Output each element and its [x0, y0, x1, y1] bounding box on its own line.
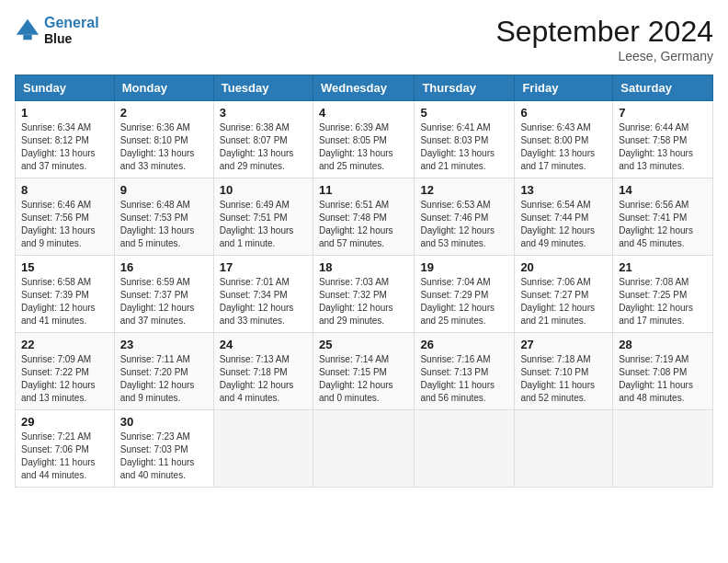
table-cell: 9Sunrise: 6:48 AMSunset: 7:53 PMDaylight… — [114, 178, 213, 256]
day-info: Sunrise: 7:06 AMSunset: 7:27 PMDaylight:… — [520, 276, 607, 327]
day-number: 3 — [220, 106, 307, 120]
day-info: Sunrise: 7:16 AMSunset: 7:13 PMDaylight:… — [420, 353, 508, 405]
table-cell: 8Sunrise: 6:46 AMSunset: 7:56 PMDaylight… — [16, 178, 115, 256]
col-thursday: Thursday — [415, 75, 515, 101]
col-saturday: Saturday — [613, 75, 713, 101]
table-cell: 10Sunrise: 6:49 AMSunset: 7:51 PMDayligh… — [213, 178, 313, 256]
day-number: 1 — [21, 106, 108, 120]
table-cell: 21Sunrise: 7:08 AMSunset: 7:25 PMDayligh… — [613, 256, 713, 333]
day-info: Sunrise: 6:58 AMSunset: 7:39 PMDaylight:… — [21, 276, 108, 327]
day-info: Sunrise: 6:49 AMSunset: 7:51 PMDaylight:… — [220, 199, 307, 250]
day-number: 30 — [120, 415, 208, 429]
day-number: 11 — [319, 183, 408, 197]
col-monday: Monday — [114, 75, 213, 101]
week-row-3: 15Sunrise: 6:58 AMSunset: 7:39 PMDayligh… — [16, 256, 713, 333]
day-info: Sunrise: 6:39 AMSunset: 8:05 PMDaylight:… — [319, 121, 408, 173]
table-cell: 1Sunrise: 6:34 AMSunset: 8:12 PMDaylight… — [16, 101, 115, 178]
table-cell: 24Sunrise: 7:13 AMSunset: 7:18 PMDayligh… — [213, 333, 313, 410]
day-info: Sunrise: 7:03 AMSunset: 7:32 PMDaylight:… — [319, 276, 408, 327]
table-cell: 11Sunrise: 6:51 AMSunset: 7:48 PMDayligh… — [313, 178, 414, 256]
day-number: 22 — [21, 338, 108, 351]
logo-text: General Blue — [44, 15, 99, 46]
table-cell: 19Sunrise: 7:04 AMSunset: 7:29 PMDayligh… — [415, 256, 515, 333]
table-cell — [515, 410, 613, 488]
day-info: Sunrise: 6:46 AMSunset: 7:56 PMDaylight:… — [21, 199, 108, 250]
day-info: Sunrise: 6:56 AMSunset: 7:41 PMDaylight:… — [619, 199, 707, 250]
day-info: Sunrise: 6:59 AMSunset: 7:37 PMDaylight:… — [120, 276, 208, 327]
week-row-1: 1Sunrise: 6:34 AMSunset: 8:12 PMDaylight… — [16, 101, 713, 178]
table-cell: 7Sunrise: 6:44 AMSunset: 7:58 PMDaylight… — [613, 101, 713, 178]
day-info: Sunrise: 7:18 AMSunset: 7:10 PMDaylight:… — [520, 353, 607, 405]
table-cell: 20Sunrise: 7:06 AMSunset: 7:27 PMDayligh… — [515, 256, 613, 333]
day-number: 23 — [120, 338, 208, 351]
table-cell: 26Sunrise: 7:16 AMSunset: 7:13 PMDayligh… — [415, 333, 515, 410]
day-info: Sunrise: 7:23 AMSunset: 7:03 PMDaylight:… — [120, 431, 208, 482]
table-cell: 3Sunrise: 6:38 AMSunset: 8:07 PMDaylight… — [213, 101, 313, 178]
day-info: Sunrise: 6:51 AMSunset: 7:48 PMDaylight:… — [319, 199, 408, 250]
day-number: 21 — [619, 260, 707, 274]
day-number: 16 — [120, 260, 208, 274]
table-cell: 4Sunrise: 6:39 AMSunset: 8:05 PMDaylight… — [313, 101, 414, 178]
table-cell: 2Sunrise: 6:36 AMSunset: 8:10 PMDaylight… — [114, 101, 213, 178]
day-number: 9 — [120, 183, 208, 197]
table-cell: 16Sunrise: 6:59 AMSunset: 7:37 PMDayligh… — [114, 256, 213, 333]
day-info: Sunrise: 6:41 AMSunset: 8:03 PMDaylight:… — [420, 121, 508, 173]
day-number: 27 — [520, 338, 607, 351]
day-info: Sunrise: 7:09 AMSunset: 7:22 PMDaylight:… — [21, 353, 108, 405]
col-wednesday: Wednesday — [313, 75, 414, 101]
table-cell: 17Sunrise: 7:01 AMSunset: 7:34 PMDayligh… — [213, 256, 313, 333]
day-info: Sunrise: 7:01 AMSunset: 7:34 PMDaylight:… — [220, 276, 307, 327]
day-info: Sunrise: 6:54 AMSunset: 7:44 PMDaylight:… — [520, 199, 607, 250]
table-cell: 13Sunrise: 6:54 AMSunset: 7:44 PMDayligh… — [515, 178, 613, 256]
day-number: 20 — [520, 260, 607, 274]
table-cell: 28Sunrise: 7:19 AMSunset: 7:08 PMDayligh… — [613, 333, 713, 410]
week-row-2: 8Sunrise: 6:46 AMSunset: 7:56 PMDaylight… — [16, 178, 713, 256]
day-info: Sunrise: 6:43 AMSunset: 8:00 PMDaylight:… — [520, 121, 607, 173]
day-info: Sunrise: 7:21 AMSunset: 7:06 PMDaylight:… — [21, 431, 108, 482]
day-info: Sunrise: 7:19 AMSunset: 7:08 PMDaylight:… — [619, 353, 707, 405]
week-row-4: 22Sunrise: 7:09 AMSunset: 7:22 PMDayligh… — [16, 333, 713, 410]
day-number: 8 — [21, 183, 108, 197]
day-number: 4 — [319, 106, 408, 120]
table-cell — [213, 410, 313, 488]
table-cell: 22Sunrise: 7:09 AMSunset: 7:22 PMDayligh… — [16, 333, 115, 410]
table-cell: 25Sunrise: 7:14 AMSunset: 7:15 PMDayligh… — [313, 333, 414, 410]
col-sunday: Sunday — [16, 75, 115, 101]
title-section: September 2024 Leese, Germany — [495, 15, 713, 63]
day-info: Sunrise: 7:11 AMSunset: 7:20 PMDaylight:… — [120, 353, 208, 405]
day-number: 14 — [619, 183, 707, 197]
day-number: 7 — [619, 106, 707, 120]
table-cell: 18Sunrise: 7:03 AMSunset: 7:32 PMDayligh… — [313, 256, 414, 333]
day-info: Sunrise: 7:04 AMSunset: 7:29 PMDaylight:… — [420, 276, 508, 327]
day-number: 6 — [520, 106, 607, 120]
svg-marker-0 — [17, 19, 39, 35]
day-number: 15 — [21, 260, 108, 274]
day-info: Sunrise: 6:36 AMSunset: 8:10 PMDaylight:… — [120, 121, 208, 173]
day-info: Sunrise: 6:53 AMSunset: 7:46 PMDaylight:… — [420, 199, 508, 250]
day-number: 18 — [319, 260, 408, 274]
calendar-header-row: Sunday Monday Tuesday Wednesday Thursday… — [16, 75, 713, 101]
table-cell: 30Sunrise: 7:23 AMSunset: 7:03 PMDayligh… — [114, 410, 213, 488]
logo-icon — [15, 17, 40, 43]
day-number: 2 — [120, 106, 208, 120]
day-number: 25 — [319, 338, 408, 351]
col-friday: Friday — [515, 75, 613, 101]
day-number: 28 — [619, 338, 707, 351]
table-cell: 14Sunrise: 6:56 AMSunset: 7:41 PMDayligh… — [613, 178, 713, 256]
calendar-table: Sunday Monday Tuesday Wednesday Thursday… — [15, 75, 713, 488]
location: Leese, Germany — [495, 49, 713, 63]
day-number: 13 — [520, 183, 607, 197]
week-row-5: 29Sunrise: 7:21 AMSunset: 7:06 PMDayligh… — [16, 410, 713, 488]
day-number: 17 — [220, 260, 307, 274]
table-cell: 23Sunrise: 7:11 AMSunset: 7:20 PMDayligh… — [114, 333, 213, 410]
day-number: 19 — [420, 260, 508, 274]
day-info: Sunrise: 7:13 AMSunset: 7:18 PMDaylight:… — [220, 353, 307, 405]
day-number: 5 — [420, 106, 508, 120]
table-cell: 12Sunrise: 6:53 AMSunset: 7:46 PMDayligh… — [415, 178, 515, 256]
day-info: Sunrise: 6:48 AMSunset: 7:53 PMDaylight:… — [120, 199, 208, 250]
col-tuesday: Tuesday — [213, 75, 313, 101]
table-cell: 6Sunrise: 6:43 AMSunset: 8:00 PMDaylight… — [515, 101, 613, 178]
table-cell: 15Sunrise: 6:58 AMSunset: 7:39 PMDayligh… — [16, 256, 115, 333]
day-info: Sunrise: 7:08 AMSunset: 7:25 PMDaylight:… — [619, 276, 707, 327]
month-title: September 2024 — [495, 15, 713, 49]
